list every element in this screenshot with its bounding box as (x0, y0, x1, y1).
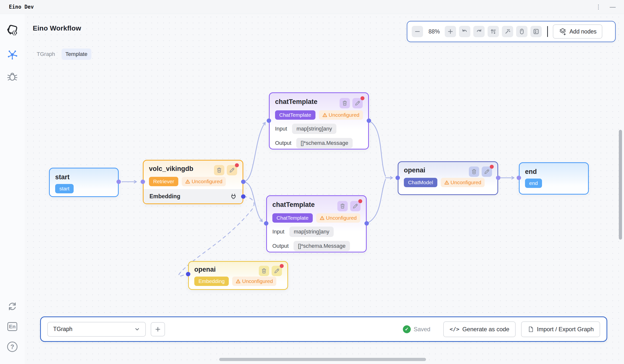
output-type-chip: []*schema.Message (293, 241, 350, 251)
undo-button[interactable] (459, 26, 470, 37)
trash-icon (339, 203, 345, 209)
layers-plus-icon (559, 27, 567, 35)
embedding-slot-row[interactable]: Embedding (144, 189, 243, 204)
file-icon (527, 326, 534, 333)
embedding-slot-label: Embedding (150, 193, 180, 200)
input-label: Input (275, 126, 287, 132)
node-title: start (55, 173, 112, 181)
node-title: chatTemplate (272, 201, 315, 208)
sidebar-item-language[interactable]: En (6, 321, 18, 333)
edit-node-button[interactable] (272, 266, 282, 276)
unconfigured-badge: Unconfigured (316, 213, 360, 223)
zoom-out-button[interactable] (412, 26, 423, 37)
graph-network-icon (7, 49, 18, 60)
mouse-icon (519, 28, 525, 35)
import-export-graph-button[interactable]: Import / Export Graph (521, 321, 600, 337)
app-title: Eino Dev (9, 4, 34, 10)
delete-node-button[interactable] (259, 266, 269, 276)
toolbar-divider (547, 26, 548, 37)
unconfigured-badge: Unconfigured (232, 277, 276, 286)
add-graph-button[interactable] (151, 322, 165, 337)
graph-select-value: TGraph (53, 326, 72, 333)
language-en-icon: En (7, 322, 17, 331)
delete-node-button[interactable] (214, 165, 224, 175)
node-openai-embedding[interactable]: openai Embedding (188, 261, 288, 290)
node-start[interactable]: start start (49, 168, 119, 197)
titlebar: Eino Dev ⋮ — (0, 0, 624, 14)
auto-layout-button[interactable] (488, 26, 499, 37)
sidebar-item-debug[interactable] (6, 71, 18, 82)
delete-node-button[interactable] (339, 98, 350, 108)
window-minimize-icon[interactable]: — (610, 4, 615, 10)
edge-chattemplate-mid-to-openai[interactable] (367, 179, 386, 223)
trash-icon (342, 100, 348, 106)
window-menu-icon[interactable]: ⋮ (596, 4, 601, 10)
node-chattemplate-top[interactable]: chatTemplate ChatTemplate (269, 92, 369, 150)
help-icon: ? (7, 341, 18, 352)
trash-icon (216, 167, 222, 173)
sidebar-item-graph[interactable] (6, 49, 18, 60)
edit-node-button[interactable] (482, 166, 492, 177)
zoom-in-button[interactable] (445, 26, 456, 37)
delete-node-button[interactable] (337, 201, 348, 211)
page-title: Eino Workflow (33, 24, 81, 32)
pencil-icon (274, 268, 280, 274)
refresh-icon (7, 301, 18, 312)
auto-layout-icon (490, 28, 496, 35)
edge-volc-to-chattemplate-top[interactable] (243, 123, 265, 182)
code-icon: </> (450, 326, 460, 332)
page-header: Eino Workflow (33, 24, 81, 32)
node-title: openai (194, 266, 216, 273)
generate-as-code-label: Generate as code (462, 326, 509, 333)
edit-node-button[interactable] (227, 165, 237, 175)
warning-icon (444, 180, 449, 185)
pencil-icon (352, 203, 358, 209)
trash-icon (471, 169, 477, 175)
save-status-label: Saved (414, 326, 430, 333)
input-type-chip: map[string]any (292, 124, 336, 134)
node-type-badge: Retriever (149, 177, 178, 186)
sidebar: En ? (0, 14, 25, 364)
edge-volc-to-chattemplate-mid[interactable] (243, 182, 262, 221)
tab-tgraph[interactable]: TGraph (33, 49, 59, 60)
vertical-scrollbar[interactable] (619, 130, 622, 240)
sidebar-item-help[interactable]: ? (6, 341, 18, 353)
graph-select[interactable]: TGraph (47, 322, 146, 337)
workflow-canvas[interactable]: Eino Workflow TGraph Template st (25, 14, 624, 364)
magic-wand-button[interactable] (502, 26, 513, 37)
check-circle-icon: ✓ (403, 325, 411, 333)
trash-icon (261, 268, 267, 274)
node-end[interactable]: end end (519, 162, 589, 195)
add-nodes-label: Add nodes (570, 28, 597, 35)
node-chattemplate-mid[interactable]: chatTemplate ChatTemplate (266, 195, 367, 252)
node-volc-vikingdb[interactable]: volc_vikingdb Retriever (143, 160, 243, 204)
add-nodes-button[interactable]: Add nodes (553, 24, 602, 39)
delete-node-button[interactable] (469, 166, 479, 177)
pointer-mode-button[interactable] (516, 26, 527, 37)
unsaved-indicator (358, 199, 362, 203)
warning-icon (320, 215, 325, 220)
edge-chattemplate-top-to-openai[interactable] (369, 121, 386, 177)
app-window: Eino Dev ⋮ — (0, 0, 624, 364)
redo-button[interactable] (473, 26, 485, 37)
unconfigured-label: Unconfigured (242, 278, 273, 284)
input-label: Input (272, 229, 285, 235)
pencil-icon (355, 100, 361, 106)
generate-as-code-button[interactable]: </> Generate as code (443, 321, 516, 337)
pencil-icon (484, 169, 490, 175)
edit-node-button[interactable] (350, 201, 361, 211)
tab-template[interactable]: Template (62, 49, 91, 60)
horizontal-scrollbar[interactable] (219, 358, 426, 361)
zoom-level: 88% (427, 28, 441, 35)
unconfigured-label: Unconfigured (326, 215, 357, 221)
node-title: end (525, 168, 583, 176)
node-type-badge: Embedding (194, 277, 229, 286)
node-title: chatTemplate (275, 98, 317, 106)
sidebar-item-refresh[interactable] (6, 300, 18, 312)
node-openai-chatmodel[interactable]: openai ChatModel (398, 161, 498, 195)
eino-logo-icon[interactable] (6, 24, 19, 38)
panel-layout-button[interactable] (530, 26, 542, 37)
edit-node-button[interactable] (352, 98, 363, 108)
node-type-badge: ChatTemplate (275, 110, 315, 120)
pencil-icon (229, 167, 235, 173)
